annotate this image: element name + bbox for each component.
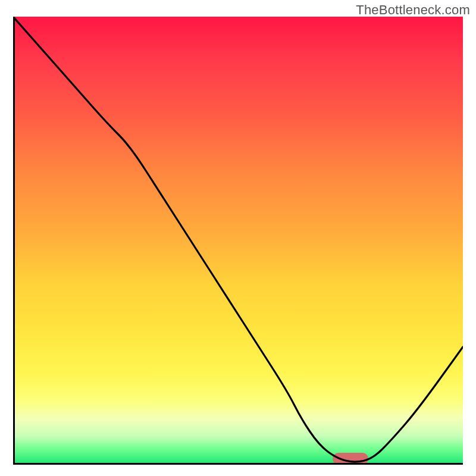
x-axis <box>13 463 463 465</box>
bottleneck-curve <box>13 17 463 463</box>
y-axis <box>13 17 15 463</box>
chart-plot-area <box>13 17 463 463</box>
watermark-text: TheBottleneck.com <box>356 2 470 18</box>
